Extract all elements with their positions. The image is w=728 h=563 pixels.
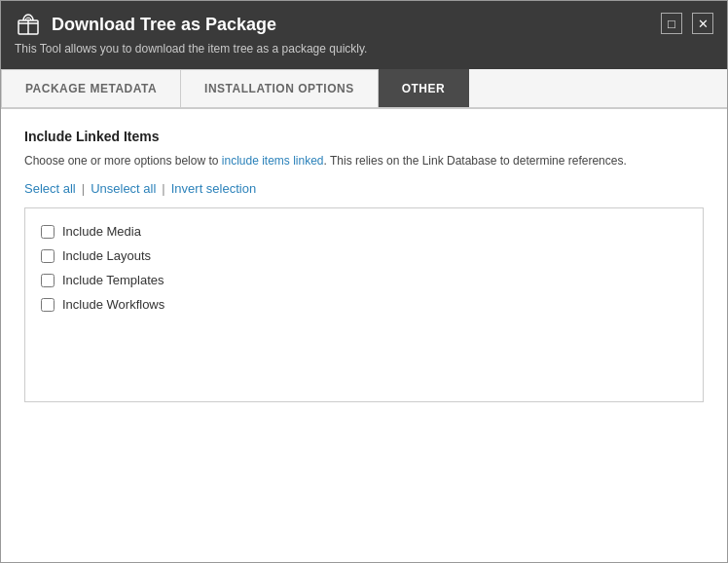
tabs-bar: PACKAGE METADATA INSTALLATION OPTIONS OT… [1,69,727,109]
list-item[interactable]: Include Layouts [41,248,687,263]
description-highlight: include items linked [222,154,324,168]
separator-2: | [162,181,164,196]
window-subtitle: This Tool allows you to download the ite… [15,42,367,56]
close-button[interactable]: ✕ [692,13,713,34]
package-icon [15,11,42,38]
include-templates-checkbox[interactable] [41,274,55,287]
title-bar-controls: □ ✕ [661,13,713,34]
title-bar: Download Tree as Package This Tool allow… [1,1,727,69]
tab-other[interactable]: OTHER [379,69,470,107]
description-part2: . This relies on the Link Database to de… [324,154,627,168]
checkbox-container: Include Media Include Layouts Include Te… [24,207,704,402]
include-layouts-checkbox[interactable] [41,249,55,263]
include-layouts-label: Include Layouts [62,248,151,263]
section-title: Include Linked Items [24,129,704,144]
list-item[interactable]: Include Workflows [41,297,687,312]
select-all-button[interactable]: Select all [24,181,76,196]
main-window: Download Tree as Package This Tool allow… [0,0,728,563]
list-item[interactable]: Include Templates [41,273,687,287]
minimize-button[interactable]: □ [661,13,682,34]
invert-selection-button[interactable]: Invert selection [171,181,256,196]
section-description: Choose one or more options below to incl… [24,152,704,169]
include-media-checkbox[interactable] [41,225,55,239]
tab-package-metadata[interactable]: PACKAGE METADATA [1,69,181,107]
include-templates-label: Include Templates [62,273,164,287]
description-part1: Choose one or more options below to [24,154,222,168]
window-title: Download Tree as Package [52,15,276,35]
tab-installation-options[interactable]: INSTALLATION OPTIONS [181,69,379,107]
unselect-all-button[interactable]: Unselect all [91,181,156,196]
separator-1: | [82,181,85,196]
content-area: Include Linked Items Choose one or more … [1,109,727,562]
title-bar-left: Download Tree as Package This Tool allow… [15,11,367,56]
title-bar-top: Download Tree as Package [15,11,367,38]
include-workflows-label: Include Workflows [62,297,164,312]
list-item[interactable]: Include Media [41,224,687,239]
include-media-label: Include Media [62,224,141,239]
selection-links: Select all | Unselect all | Invert selec… [24,181,704,196]
include-workflows-checkbox[interactable] [41,298,55,312]
